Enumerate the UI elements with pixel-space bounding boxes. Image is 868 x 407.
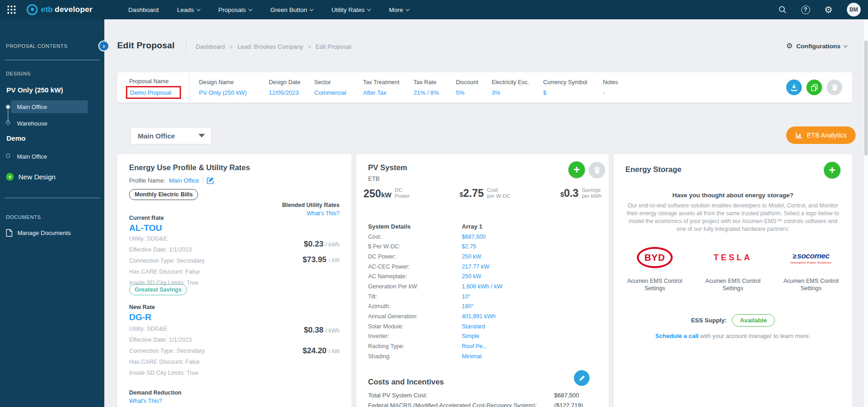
manage-documents-button[interactable]: Manage Documents	[6, 229, 71, 237]
dropdown-caret-icon	[199, 134, 205, 138]
nav-dashboard[interactable]: Dashboard	[128, 6, 159, 13]
demand-whats-this-link[interactable]: What's This?	[129, 398, 162, 404]
apps-grid-icon[interactable]	[7, 6, 16, 14]
row-value[interactable]: 250 kW	[462, 253, 502, 260]
new-rate-label: New Rate	[129, 304, 155, 310]
trash-icon	[831, 84, 838, 91]
divider	[5, 198, 100, 198]
download-proposal-button[interactable]	[786, 80, 802, 95]
scrollbar-thumb[interactable]	[864, 40, 868, 155]
field-proposal-name: Proposal Name Demo Proposal	[129, 72, 190, 103]
configurations-button[interactable]: Configurations	[786, 42, 847, 50]
currency-symbol-link[interactable]: $	[543, 89, 595, 96]
sector-link[interactable]: Commercial	[314, 89, 355, 96]
help-icon[interactable]	[801, 5, 810, 14]
delete-pv-system-button[interactable]	[589, 162, 605, 178]
row-label: Shading:	[368, 353, 462, 360]
array-1-header: Array 1	[462, 223, 502, 230]
timeline-dot-filled	[6, 105, 10, 109]
electricity-esc-link[interactable]: 3%	[492, 89, 535, 96]
current-rate-link[interactable]: AL-TOU	[129, 223, 162, 233]
tax-treatment-link[interactable]: After Tax	[363, 89, 405, 96]
blended-whats-this-link[interactable]: What's This?	[282, 210, 340, 217]
card-title: PV System	[368, 163, 407, 172]
sidebar-item-warehouse[interactable]: Warehouse	[11, 117, 88, 130]
etb-analytics-button[interactable]: ETB Analytics	[786, 126, 856, 144]
nav-proposals[interactable]: Proposals	[218, 6, 252, 13]
design-date-link[interactable]: 12/05/2023	[269, 89, 306, 96]
row-value[interactable]: 401,991 kWh	[462, 313, 502, 320]
nav-utility-rates[interactable]: Utility Rates	[331, 6, 370, 13]
card-title: Energy Use Profile & Utility Rates	[129, 163, 250, 172]
row-value[interactable]: Simple	[462, 333, 502, 339]
add-pv-system-button[interactable]	[568, 161, 585, 178]
sidebar-item-main-office[interactable]: Main Office	[11, 100, 88, 113]
nav-leads[interactable]: Leads	[177, 6, 200, 13]
row-value[interactable]: 10°	[462, 293, 502, 300]
partner-tesla[interactable]: TESLA Acumen EMS Control Settings	[696, 244, 770, 292]
pv-subtitle: ETB	[368, 175, 380, 182]
nav-more[interactable]: More	[389, 6, 409, 13]
detail-utility: Utility: SDG&E	[129, 233, 204, 244]
field-tax-rate: Tax Rate 21% / 8%	[414, 72, 456, 103]
row-value[interactable]: $687,500	[462, 234, 502, 240]
pv-stats-row: 250kW DCPower $2.75 Costper W-DC $0.3 Sa…	[363, 187, 601, 200]
breadcrumb-separator	[230, 43, 233, 50]
sidebar-collapse-toggle[interactable]	[98, 40, 109, 52]
nav-green-button[interactable]: Green Button	[270, 6, 313, 13]
office-select-dropdown[interactable]: Main Office	[130, 127, 212, 144]
row-value[interactable]: 217.77 kW	[462, 264, 502, 270]
add-energy-storage-button[interactable]	[824, 162, 840, 178]
divider	[203, 177, 203, 184]
sidebar-item-demo-main-office[interactable]: Main Office	[11, 150, 88, 163]
row-value[interactable]: 180°	[462, 303, 502, 310]
edit-costs-button[interactable]	[574, 370, 590, 386]
row-label: AC Nameplate:	[368, 273, 462, 280]
design-name-link[interactable]: PV Only (250 kW)	[199, 89, 261, 96]
copy-proposal-button[interactable]	[806, 80, 822, 95]
row-value[interactable]: Standard	[462, 323, 502, 330]
partner-socomec[interactable]: ≥socomec Innovative Power Solutions Acum…	[774, 244, 848, 292]
row-label: Solar Module:	[368, 323, 462, 330]
chevron-down-icon	[197, 7, 200, 11]
detail-effective-date: Effective Date: 1/1/2023	[129, 334, 204, 345]
annotation-highlight-box: Demo Proposal	[126, 86, 181, 99]
profile-name-link[interactable]: Main Office	[169, 177, 199, 184]
settings-gear-icon[interactable]	[824, 5, 833, 14]
discount-link[interactable]: 5%	[456, 89, 483, 96]
row-value[interactable]: 250 kW	[462, 273, 502, 280]
row-label: DC Power:	[368, 253, 462, 260]
bar-chart-icon	[795, 132, 803, 139]
schedule-call-link[interactable]: Schedule a call	[655, 332, 698, 339]
avatar[interactable]: BM	[847, 3, 861, 17]
etb-developer-logo[interactable]: etb developer	[27, 4, 92, 15]
sidebar-section-title: PROPOSAL CONTENTS	[0, 43, 104, 49]
new-design-button[interactable]: New Design	[6, 173, 56, 181]
row-label: Tilt:	[368, 293, 462, 300]
tax-rate-link[interactable]: 21% / 8%	[414, 89, 448, 96]
timeline-dot-open	[6, 154, 10, 158]
chevron-down-icon	[844, 43, 847, 47]
page-scrollbar[interactable]	[864, 19, 868, 407]
breadcrumb: Dashboard Lead: Brookes Company Edit Pro…	[196, 43, 351, 50]
row-value[interactable]: Minimal	[462, 353, 502, 360]
partner-byd[interactable]: BYD Acumen EMS Control Settings	[618, 244, 692, 292]
main-nav: Dashboard Leads Proposals Green Button U…	[128, 6, 409, 13]
row-value[interactable]: 1,608 kWh / kW	[462, 283, 502, 290]
edit-profile-icon[interactable]	[207, 177, 214, 184]
row-value[interactable]: $2.75	[462, 243, 502, 250]
breadcrumb-lead[interactable]: Lead: Brookes Company	[238, 43, 303, 50]
notes-link[interactable]: -	[603, 89, 636, 96]
design-group-demo[interactable]: Demo	[0, 134, 104, 142]
new-rate-link[interactable]: DG-R	[129, 312, 152, 322]
breadcrumb-dashboard[interactable]: Dashboard	[196, 43, 225, 50]
delete-proposal-button[interactable]	[827, 80, 842, 95]
design-group-pv-only[interactable]: PV Only (250 kW)	[0, 86, 104, 94]
row-value[interactable]: Roof Pe...	[462, 343, 502, 350]
plus-icon	[6, 173, 14, 181]
search-icon[interactable]	[778, 5, 787, 14]
system-details-table: System Details Array 1 Cost:$687,500 $ P…	[368, 222, 502, 361]
field-label: Electricity Esc.	[492, 79, 535, 86]
proposal-name-link[interactable]: Demo Proposal	[130, 89, 171, 96]
field-electricity-esc: Electricity Esc. 3%	[492, 72, 543, 103]
